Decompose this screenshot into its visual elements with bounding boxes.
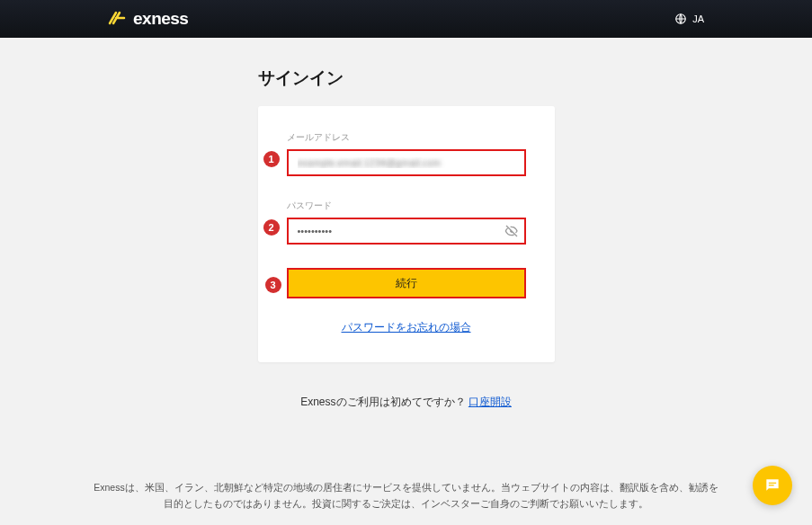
language-label: JA bbox=[692, 13, 704, 24]
chat-button[interactable] bbox=[753, 466, 792, 505]
language-selector[interactable]: JA bbox=[674, 13, 704, 25]
signup-link[interactable]: 口座開設 bbox=[468, 396, 512, 408]
forgot-password-row: パスワードをお忘れの場合 bbox=[287, 318, 526, 335]
step-badge-3: 3 bbox=[265, 277, 281, 293]
forgot-password-link[interactable]: パスワードをお忘れの場合 bbox=[342, 321, 471, 334]
page-title: サインイン bbox=[258, 67, 555, 90]
signin-card: 1 メールアドレス 2 パスワード 3 続行 パスワードをお忘れの場合 bbox=[258, 106, 555, 362]
svg-rect-1 bbox=[769, 483, 776, 484]
disclaimer-region: Exnessは、米国、イラン、北朝鮮など特定の地域の居住者にサービスを提供してい… bbox=[0, 480, 812, 512]
chat-icon bbox=[763, 476, 781, 494]
email-label: メールアドレス bbox=[287, 131, 526, 144]
submit-wrapper: 3 続行 bbox=[287, 268, 526, 298]
globe-icon bbox=[674, 13, 687, 25]
password-label: パスワード bbox=[287, 200, 526, 212]
eye-off-icon[interactable] bbox=[504, 224, 519, 238]
signup-prompt-row: Exnessのご利用は初めてですか？ 口座開設 bbox=[0, 395, 812, 410]
password-input[interactable] bbox=[287, 218, 526, 245]
step-badge-1: 1 bbox=[263, 151, 280, 167]
brand-logo-text: exness bbox=[133, 9, 188, 29]
continue-button[interactable]: 続行 bbox=[289, 270, 524, 297]
app-header: exness JA bbox=[0, 0, 812, 38]
email-input[interactable] bbox=[287, 149, 526, 176]
brand-logo[interactable]: exness bbox=[108, 9, 188, 30]
brand-logo-icon bbox=[108, 9, 128, 30]
email-field-group: 1 メールアドレス bbox=[287, 131, 526, 176]
step-badge-2: 2 bbox=[263, 219, 280, 236]
svg-rect-2 bbox=[769, 485, 774, 485]
signup-prompt-text: Exnessのご利用は初めてですか？ bbox=[300, 396, 468, 408]
password-field-group: 2 パスワード bbox=[287, 200, 526, 245]
password-wrapper bbox=[287, 218, 526, 245]
